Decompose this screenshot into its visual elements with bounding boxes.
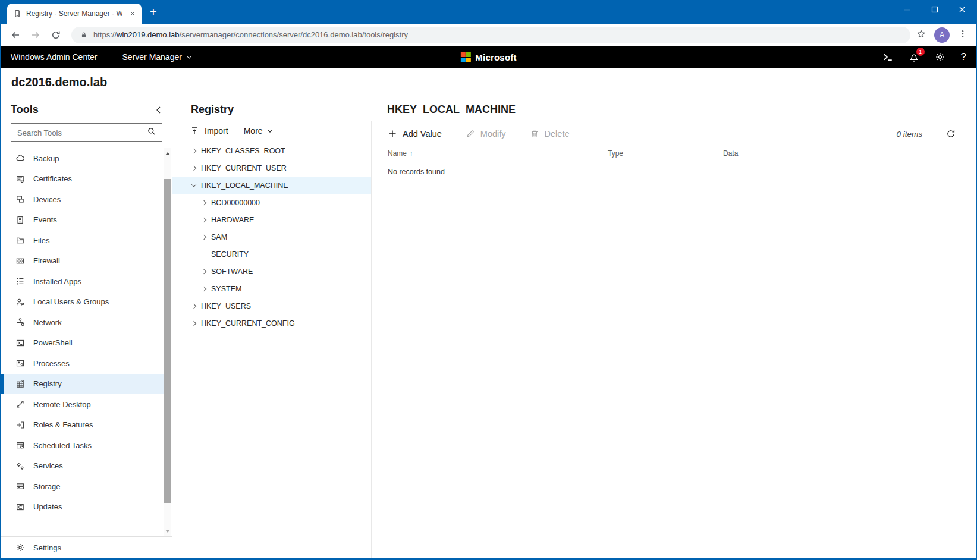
sidebar-item-registry[interactable]: Registry <box>1 374 164 395</box>
delete-label: Delete <box>545 129 570 139</box>
sidebar-item-local-users-groups[interactable]: Local Users & Groups <box>1 292 164 313</box>
chevron-right-icon[interactable] <box>191 165 196 170</box>
tree-node-label: HKEY_CLASSES_ROOT <box>201 147 285 155</box>
reload-button[interactable] <box>48 27 64 43</box>
search-input[interactable] <box>17 128 147 137</box>
scroll-up-arrow[interactable] <box>164 149 171 158</box>
sidebar-item-label: PowerShell <box>33 338 73 347</box>
bookmark-star-icon[interactable] <box>916 29 926 41</box>
sidebar-item-settings[interactable]: Settings <box>1 536 172 558</box>
sidebar-item-label: Services <box>33 461 63 470</box>
sidebar-item-label: Storage <box>33 482 61 491</box>
tree-node-system[interactable]: SYSTEM <box>172 280 371 297</box>
profile-avatar[interactable]: A <box>934 27 950 43</box>
import-button[interactable]: Import <box>190 126 228 136</box>
add-value-label: Add Value <box>403 129 442 139</box>
maximize-button[interactable] <box>921 0 948 19</box>
url-path: /servermanager/connections/server/dc2016… <box>180 30 408 39</box>
firewall-icon <box>15 256 25 266</box>
tree-node-label: SAM <box>211 233 227 241</box>
window-controls <box>894 0 976 19</box>
sidebar-item-events[interactable]: Events <box>1 210 164 231</box>
chevron-right-icon[interactable] <box>202 200 206 205</box>
microsoft-logo: Microsoft <box>460 52 516 62</box>
refresh-icon[interactable] <box>946 129 956 139</box>
back-button[interactable] <box>7 27 24 43</box>
sidebar-item-powershell[interactable]: PowerShell <box>1 333 164 354</box>
app-top-bar: Windows Admin Center Server Manager Micr… <box>1 46 976 68</box>
column-header-data[interactable]: Data <box>723 149 976 158</box>
search-icon[interactable] <box>147 127 156 139</box>
chevron-right-icon[interactable] <box>202 217 206 222</box>
sidebar-item-services[interactable]: Services <box>1 456 164 477</box>
sidebar-item-certificates[interactable]: Certificates <box>1 169 164 190</box>
tree-node-security[interactable]: SECURITY <box>172 246 371 263</box>
sidebar-item-network[interactable]: Network <box>1 312 164 333</box>
sidebar-item-firewall[interactable]: Firewall <box>1 251 164 272</box>
tab-strip: Registry - Server Manager - Wind + <box>1 0 976 24</box>
tree-node-software[interactable]: SOFTWARE <box>172 263 371 280</box>
tree-node-label: SOFTWARE <box>211 268 253 276</box>
settings-gear-icon[interactable] <box>935 52 945 62</box>
chevron-right-icon[interactable] <box>202 234 206 239</box>
sidebar-item-storage[interactable]: Storage <box>1 476 164 497</box>
forward-button[interactable] <box>27 27 44 43</box>
tools-header: Tools <box>1 96 172 119</box>
top-bar-actions: 1 ? <box>882 51 966 63</box>
notifications-bell-icon[interactable]: 1 <box>909 52 919 62</box>
minimize-button[interactable] <box>894 0 921 19</box>
tree-node-hkey-current-user[interactable]: HKEY_CURRENT_USER <box>172 159 371 177</box>
add-value-button[interactable]: Add Value <box>388 129 442 139</box>
more-button[interactable]: More <box>244 126 272 136</box>
sidebar-item-processes[interactable]: Processes <box>1 353 164 374</box>
scrollbar-thumb[interactable] <box>164 179 171 503</box>
chevron-right-icon[interactable] <box>191 148 196 153</box>
solution-dropdown[interactable]: Server Manager <box>122 52 191 62</box>
new-tab-button[interactable]: + <box>150 6 157 18</box>
powershell-console-icon[interactable] <box>882 52 893 62</box>
network-icon <box>15 317 25 327</box>
tools-scrollbar[interactable] <box>164 148 171 536</box>
sidebar-item-installed-apps[interactable]: Installed Apps <box>1 271 164 292</box>
chevron-right-icon[interactable] <box>191 303 196 308</box>
tab-close-icon[interactable] <box>127 8 138 19</box>
tree-node-label: SYSTEM <box>211 285 241 293</box>
sidebar-item-files[interactable]: Files <box>1 230 164 251</box>
registry-panel-title: Registry <box>172 96 371 116</box>
chevron-down-icon[interactable] <box>191 182 196 187</box>
sidebar-item-label: Scheduled Tasks <box>33 441 92 450</box>
tree-node-hkey-current-config[interactable]: HKEY_CURRENT_CONFIG <box>172 314 371 332</box>
tree-node-bcd00000000[interactable]: BCD00000000 <box>172 194 371 211</box>
server-title-strip: dc2016.demo.lab <box>1 68 976 96</box>
scroll-down-arrow[interactable] <box>164 527 171 535</box>
browser-menu-icon[interactable] <box>958 29 967 41</box>
product-name[interactable]: Windows Admin Center <box>11 52 98 62</box>
tree-node-hkey-classes-root[interactable]: HKEY_CLASSES_ROOT <box>172 142 371 159</box>
tree-node-hkey-local-machine[interactable]: HKEY_LOCAL_MACHINE <box>172 177 371 194</box>
chevron-right-icon[interactable] <box>202 269 206 273</box>
tree-node-sam[interactable]: SAM <box>172 228 371 246</box>
chevron-right-icon[interactable] <box>191 320 196 325</box>
sidebar-item-scheduled-tasks[interactable]: Scheduled Tasks <box>1 435 164 456</box>
sidebar-item-backup[interactable]: Backup <box>1 148 164 169</box>
delete-button[interactable]: Delete <box>530 129 570 139</box>
sidebar-item-remote-desktop[interactable]: Remote Desktop <box>1 394 164 415</box>
tree-node-hkey-users[interactable]: HKEY_USERS <box>172 297 371 314</box>
sidebar-item-updates[interactable]: Updates <box>1 497 164 518</box>
sidebar-item-label: Local Users & Groups <box>33 297 109 306</box>
sidebar-item-roles-features[interactable]: Roles & Features <box>1 415 164 436</box>
items-count: 0 items <box>896 130 922 139</box>
modify-button[interactable]: Modify <box>466 129 506 139</box>
sidebar-item-devices[interactable]: Devices <box>1 189 164 210</box>
column-header-name[interactable]: Name ↑ <box>388 149 608 158</box>
help-icon[interactable]: ? <box>961 51 966 63</box>
tree-node-hardware[interactable]: HARDWARE <box>172 211 371 228</box>
microsoft-logo-text: Microsoft <box>475 52 516 62</box>
close-window-button[interactable] <box>948 0 976 19</box>
values-panel: HKEY_LOCAL_MACHINE Add Value Modify Dele… <box>371 96 976 558</box>
collapse-sidebar-icon[interactable] <box>154 105 164 115</box>
chevron-right-icon[interactable] <box>202 286 206 291</box>
column-header-type[interactable]: Type <box>608 149 723 158</box>
browser-tab[interactable]: Registry - Server Manager - Wind <box>7 4 142 24</box>
address-bar[interactable]: https://win2019.demo.lab/servermanager/c… <box>71 27 910 43</box>
